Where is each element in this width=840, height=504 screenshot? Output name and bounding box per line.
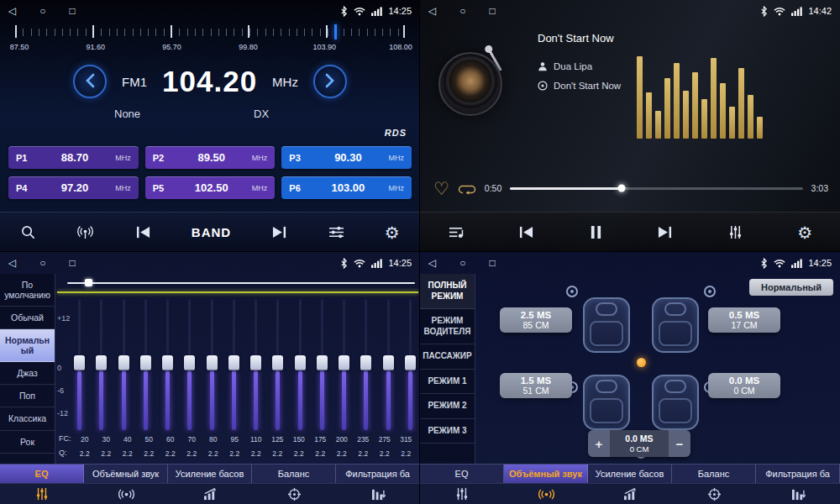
master-slider-track[interactable] (67, 282, 415, 284)
eq-band-slider[interactable] (250, 299, 262, 430)
surround-mode-item[interactable]: РЕЖИМ ВОДИТЕЛЯ (420, 309, 475, 344)
home-icon[interactable]: ○ (459, 6, 465, 16)
eq-icon[interactable] (0, 484, 84, 504)
eq-band-slider[interactable] (383, 299, 395, 430)
recents-icon[interactable]: □ (489, 6, 495, 16)
recents-icon[interactable]: □ (69, 6, 75, 16)
home-icon[interactable]: ○ (459, 258, 465, 268)
eq-preset-item[interactable]: Нормальный (0, 329, 55, 362)
slider-handle[interactable] (272, 355, 283, 370)
balance-icon[interactable] (252, 484, 336, 504)
master-slider-handle[interactable] (85, 279, 92, 286)
eq-band-slider[interactable] (405, 299, 417, 430)
radio-broadcast-icon[interactable] (76, 225, 94, 239)
surround-icon[interactable] (84, 484, 168, 504)
eq-preset-item[interactable]: Поп (0, 385, 55, 407)
surround-icon[interactable] (504, 484, 588, 504)
eq-band-slider[interactable] (295, 299, 307, 430)
eq-band-slider[interactable] (140, 299, 152, 430)
tune-up-button[interactable] (313, 65, 347, 98)
eq-band-slider[interactable] (162, 299, 174, 430)
band-button[interactable]: BAND (192, 225, 231, 239)
scan-stations-icon[interactable] (20, 224, 36, 240)
preset-button-p4[interactable]: P497.20MHz (8, 176, 139, 199)
back-icon[interactable]: ◁ (428, 6, 436, 16)
audio-settings-icon[interactable] (328, 225, 344, 239)
slider-handle[interactable] (207, 355, 218, 370)
filter-icon[interactable] (756, 484, 840, 504)
home-icon[interactable]: ○ (39, 6, 45, 16)
delay-rear-left-button[interactable]: 1.5 MS 51 CM (500, 373, 572, 398)
preset-button-p1[interactable]: P188.70MHz (8, 146, 139, 169)
pause-icon[interactable] (590, 225, 602, 239)
next-track-icon[interactable] (657, 225, 673, 239)
profile-button[interactable]: Нормальный (749, 279, 833, 296)
settings-gear-icon[interactable]: ⚙ (797, 224, 812, 241)
slider-handle[interactable] (184, 355, 195, 370)
previous-station-icon[interactable] (135, 225, 151, 239)
slider-handle[interactable] (360, 355, 371, 370)
eq-icon[interactable] (420, 484, 504, 504)
slider-handle[interactable] (96, 355, 107, 370)
bass-boost-icon[interactable] (588, 484, 672, 504)
favorite-heart-icon[interactable]: ♡ (433, 180, 449, 197)
next-station-icon[interactable] (271, 225, 287, 239)
eq-band-slider[interactable] (360, 299, 372, 430)
repeat-icon[interactable] (458, 182, 476, 195)
eq-band-slider[interactable] (184, 299, 196, 430)
settings-gear-icon[interactable]: ⚙ (385, 224, 400, 241)
slider-handle[interactable] (295, 355, 306, 370)
slider-handle[interactable] (162, 355, 173, 370)
audio-tab[interactable]: Фильтрация ба (756, 465, 840, 483)
audio-tab[interactable]: Баланс (672, 465, 756, 483)
audio-tab[interactable]: Фильтрация ба (336, 465, 420, 483)
back-icon[interactable]: ◁ (8, 6, 16, 16)
slider-handle[interactable] (74, 355, 85, 370)
slider-handle[interactable] (250, 355, 261, 370)
audio-tab[interactable]: Объёмный звук (504, 465, 588, 483)
playlist-icon[interactable] (448, 225, 464, 239)
eq-preset-item[interactable]: По умолчанию (0, 274, 55, 307)
slider-handle[interactable] (228, 355, 239, 370)
slider-handle[interactable] (405, 355, 416, 370)
back-icon[interactable]: ◁ (8, 258, 16, 268)
audio-tab[interactable]: Баланс (252, 465, 336, 483)
eq-band-slider[interactable] (317, 299, 328, 430)
surround-mode-item[interactable]: РЕЖИМ 3 (420, 419, 475, 444)
surround-mode-item[interactable]: РЕЖИМ 1 (420, 370, 475, 395)
eq-band-slider[interactable] (207, 299, 218, 430)
previous-track-icon[interactable] (518, 225, 534, 239)
balance-icon[interactable] (672, 484, 756, 504)
eq-preset-item[interactable]: Обычай (0, 307, 55, 329)
delay-rear-right-button[interactable]: 0.0 MS 0 CM (708, 373, 780, 398)
audio-tab[interactable]: EQ (420, 465, 504, 483)
surround-mode-item[interactable]: РЕЖИМ 2 (420, 394, 475, 419)
eq-band-slider[interactable] (96, 299, 108, 430)
surround-mode-item[interactable]: ПОЛНЫЙ РЕЖИМ (420, 274, 475, 309)
audio-tab[interactable]: Усиление басов (168, 465, 252, 483)
preset-button-p5[interactable]: P5102.50MHz (145, 176, 276, 199)
bass-boost-icon[interactable] (168, 484, 252, 504)
eq-band-slider[interactable] (228, 299, 240, 430)
slider-handle[interactable] (118, 355, 129, 370)
equalizer-icon[interactable] (728, 225, 743, 239)
eq-band-slider[interactable] (74, 299, 86, 430)
delay-front-right-button[interactable]: 0.5 MS 17 CM (708, 307, 780, 333)
slider-handle[interactable] (383, 355, 394, 370)
recents-icon[interactable]: □ (69, 258, 75, 268)
audio-tab[interactable]: Объёмный звук (84, 465, 168, 483)
preset-button-p2[interactable]: P289.50MHz (145, 146, 276, 169)
delay-front-left-button[interactable]: 2.5 MS 85 CM (500, 307, 572, 333)
frequency-ruler[interactable]: 87.5091.6095.7099.80103.90108.00 (15, 24, 405, 60)
eq-band-slider[interactable] (339, 299, 350, 430)
slider-handle[interactable] (140, 355, 151, 370)
eq-band-slider[interactable] (118, 299, 130, 430)
tune-down-button[interactable] (73, 65, 107, 98)
filter-icon[interactable] (336, 484, 420, 504)
progress-bar[interactable] (510, 187, 802, 190)
audio-tab[interactable]: Усиление басов (588, 465, 672, 483)
listener-position-dot[interactable] (637, 358, 646, 367)
slider-handle[interactable] (339, 355, 349, 370)
increase-delay-button[interactable]: + (588, 430, 610, 457)
surround-mode-item[interactable]: ПАССАЖИР (420, 344, 475, 370)
